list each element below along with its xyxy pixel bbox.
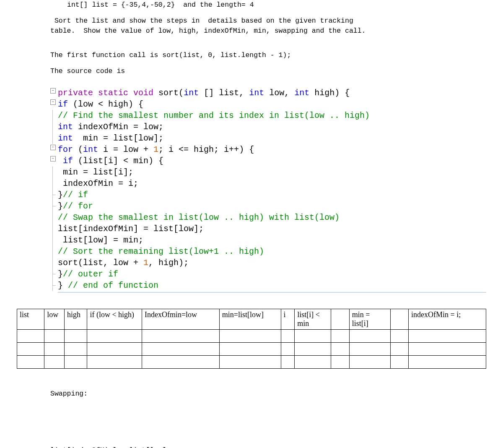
tracking-table: list low high if (low < high) IndexOfmin… [17, 309, 486, 369]
table-cell [331, 355, 349, 368]
table-cell [295, 329, 331, 342]
col-i: i [281, 309, 295, 329]
table-row [17, 329, 486, 342]
table-cell [65, 329, 87, 342]
col-indexofmin: IndexOfmin=low [142, 309, 219, 329]
table-cell [17, 355, 44, 368]
table-cell [87, 342, 142, 355]
col-low: low [44, 309, 65, 329]
table-cell [409, 342, 486, 355]
col-list: list [17, 309, 44, 329]
table-cell [65, 355, 87, 368]
col-indexofmin-i: indexOfMin = i; [409, 309, 486, 329]
table-cell [44, 329, 65, 342]
col-blank-2 [390, 309, 408, 329]
table-cell [17, 329, 44, 342]
fold-icon[interactable]: − [50, 88, 56, 94]
table-cell [281, 329, 295, 342]
comment: // Swap the smallest in list(low .. high… [58, 213, 340, 222]
table-cell [219, 355, 281, 368]
table-cell [281, 342, 295, 355]
intro-line-4: The first function call is sort(list, 0,… [50, 50, 486, 60]
table-cell [87, 329, 142, 342]
table-cell [87, 355, 142, 368]
table-cell [44, 355, 65, 368]
col-min-listlow: min=list[low] [219, 309, 281, 329]
table-cell [349, 355, 390, 368]
fold-icon[interactable]: − [50, 156, 56, 161]
table-cell [219, 329, 281, 342]
table-cell [65, 342, 87, 355]
source-code: −private static void sort(int [] list, i… [50, 87, 486, 293]
table-cell [219, 342, 281, 355]
intro-line-3: table. Show the value of low, high, inde… [50, 26, 486, 36]
table-row [17, 342, 486, 355]
table-cell [142, 355, 219, 368]
fold-icon[interactable]: − [50, 145, 56, 150]
code-divider [58, 292, 486, 293]
col-blank-1 [331, 309, 349, 329]
comment: // Sort the remaining list(low+1 .. high… [58, 247, 264, 256]
table-cell [331, 342, 349, 355]
intro-line-5: The source code is [50, 66, 486, 76]
table-cell [390, 355, 408, 368]
table-cell [281, 355, 295, 368]
table-cell [142, 329, 219, 342]
col-listi-lt-min: list[i] < min [295, 309, 331, 329]
table-cell [44, 342, 65, 355]
table-cell [349, 342, 390, 355]
comment: // Find the smallest number and its inde… [58, 111, 370, 120]
table-cell [17, 342, 44, 355]
intro-line-1: int[] list = {-35,4,-50,2} and the lengt… [50, 0, 486, 10]
table-cell [349, 329, 390, 342]
table-header-row: list low high if (low < high) IndexOfmin… [17, 309, 486, 329]
col-if-low-high: if (low < high) [87, 309, 142, 329]
intro-line-2: Sort the list and show the steps in deta… [50, 16, 486, 26]
table-cell [409, 329, 486, 342]
col-min-listi: min = list[i] [349, 309, 390, 329]
table-cell [331, 329, 349, 342]
table-cell [142, 342, 219, 355]
table-cell [390, 329, 408, 342]
swapping-label: Swapping: [50, 390, 486, 398]
table-cell [409, 355, 486, 368]
table-cell [295, 355, 331, 368]
fold-icon[interactable]: − [50, 99, 56, 105]
table-row [17, 355, 486, 368]
table-cell [295, 342, 331, 355]
swap-line-1: list[indexOfMin] = list[low]; [50, 446, 486, 448]
table-cell [390, 342, 408, 355]
col-high: high [65, 309, 87, 329]
